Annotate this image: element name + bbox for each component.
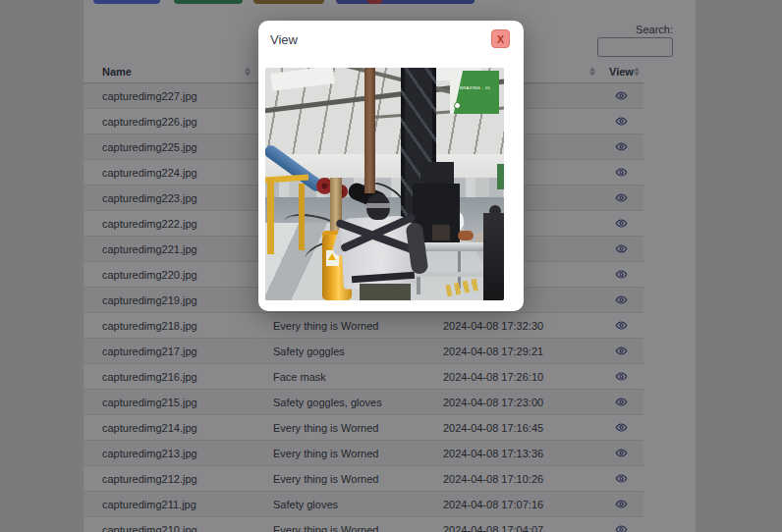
photo-wood-pole — [364, 68, 375, 193]
photo-second-person — [483, 213, 504, 300]
photo-yellow-frame — [267, 178, 274, 254]
page: Search: Name View — [0, 0, 782, 532]
view-modal: View X — [258, 21, 524, 311]
modal-title: View — [270, 32, 298, 47]
modal-close-button[interactable]: X — [491, 29, 510, 48]
close-icon: X — [497, 33, 504, 45]
photo-green-banner: BRAZING - 01 — [450, 71, 499, 114]
banner-text: BRAZING - 01 — [460, 85, 488, 89]
modal-header: View X — [258, 21, 524, 58]
modal-photo: BRAZING - 01 — [265, 68, 504, 300]
